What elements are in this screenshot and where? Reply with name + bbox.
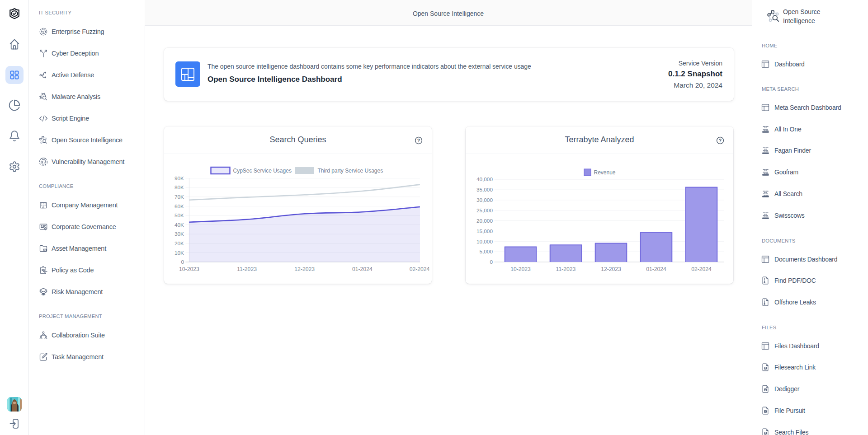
svg-text:20K: 20K bbox=[175, 240, 184, 247]
svg-text:0: 0 bbox=[181, 259, 184, 265]
svg-text:40,000: 40,000 bbox=[476, 176, 493, 182]
svg-text:11-2023: 11-2023 bbox=[237, 266, 257, 272]
svg-text:30,000: 30,000 bbox=[476, 197, 493, 203]
svg-text:Third party Service Usages: Third party Service Usages bbox=[318, 168, 383, 174]
svg-text:CypSec Service Usages: CypSec Service Usages bbox=[233, 168, 292, 174]
svg-text:35,000: 35,000 bbox=[476, 187, 493, 193]
svg-text:40K: 40K bbox=[175, 222, 184, 228]
svg-text:60K: 60K bbox=[175, 203, 184, 210]
svg-text:?: ? bbox=[417, 138, 420, 143]
svg-text:10K: 10K bbox=[175, 250, 184, 256]
svg-text:25,000: 25,000 bbox=[476, 207, 493, 214]
svg-text:5,000: 5,000 bbox=[479, 248, 493, 255]
svg-text:11-2023: 11-2023 bbox=[556, 266, 576, 272]
svg-text:12-2023: 12-2023 bbox=[601, 266, 621, 272]
svg-text:15,000: 15,000 bbox=[476, 228, 493, 234]
svg-text:?: ? bbox=[719, 138, 722, 143]
svg-text:10-2023: 10-2023 bbox=[510, 266, 531, 272]
svg-text:0: 0 bbox=[490, 259, 493, 265]
svg-text:80K: 80K bbox=[175, 184, 184, 191]
svg-text:20,000: 20,000 bbox=[476, 218, 493, 224]
svg-text:02-2024: 02-2024 bbox=[691, 266, 712, 272]
svg-text:01-2024: 01-2024 bbox=[352, 266, 373, 272]
svg-text:90K: 90K bbox=[175, 175, 184, 182]
svg-text:01-2024: 01-2024 bbox=[646, 266, 666, 272]
svg-text:Revenue: Revenue bbox=[594, 169, 616, 176]
svg-text:10,000: 10,000 bbox=[476, 239, 493, 245]
svg-text:70K: 70K bbox=[175, 194, 184, 200]
svg-text:02-2024: 02-2024 bbox=[410, 266, 430, 272]
svg-text:10-2023: 10-2023 bbox=[179, 266, 199, 272]
svg-text:12-2023: 12-2023 bbox=[294, 266, 315, 272]
svg-text:50K: 50K bbox=[175, 212, 184, 219]
svg-text:30K: 30K bbox=[175, 231, 184, 237]
